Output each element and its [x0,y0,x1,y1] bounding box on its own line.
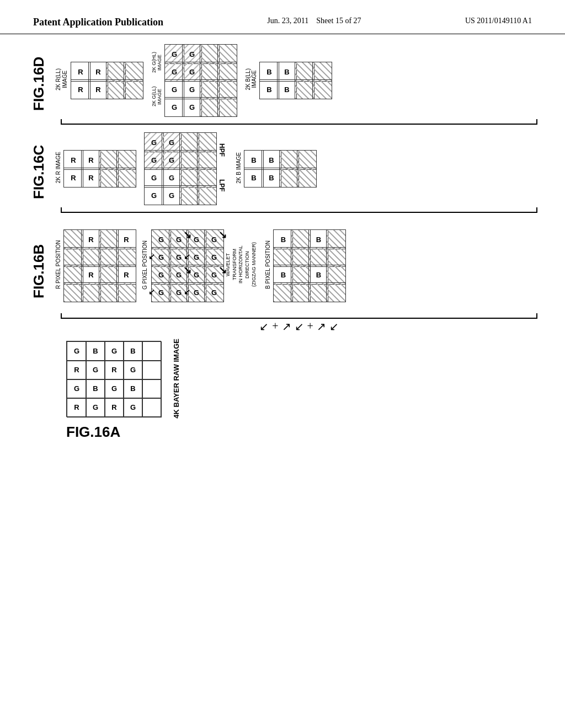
b-cell: B [277,79,297,99]
fig16c-r-label: 2K R IMAGE [55,152,61,183]
arrow-right: ↗ [282,320,291,333]
patent-title: Patent Application Publication [33,17,163,28]
b-ll-label: 2K B(LL)IMAGE [245,68,257,90]
g-cell: G [164,97,184,117]
fig16c-g-group: G G G G G G G G [144,132,226,203]
fig16c-bracket [61,207,537,213]
arrow-right2: ↗ [317,320,326,333]
g-pixel-grid: G ↘G G ↘G ↙G G ↙G G G ↘G G ↘G ↙G G [151,229,222,300]
g-pixel-label: G PIXEL POSITION [142,226,148,303]
fig16b-bottom [61,313,537,319]
hatched-cell [217,79,237,99]
hatched-cell [200,79,220,99]
diag-arrows: ↙ + ↗ ↙ + ↗ ↙ [55,320,543,333]
fig16c-r-group: 2K R IMAGE R R R R [55,150,134,185]
fig16c-row: 2K R IMAGE R R R R G [55,128,543,207]
fig16b-row: R PIXEL POSITION R R R R [55,216,543,313]
hatched-cell [200,97,220,117]
g-grid-4x4: G G G G G G G G [164,44,235,115]
fig16d-row: 2K R(LL)IMAGE R R R R [55,40,543,119]
fig16b-section: FIG.16B R PIXEL POSITION R R [22,216,543,333]
hatched-cell [106,62,126,82]
page-header: Patent Application Publication Jun. 23, … [0,0,565,34]
b-grid-16c: B B B B [244,150,315,185]
g-cell: G [182,97,202,117]
g-cell: G [164,79,184,99]
fig16d-bracket [61,119,537,125]
wavelet-label-group: WAVELETTRANSFORMIN HORIZONTALDIRECTION(Z… [225,221,257,309]
fig16c-b-group: 2K B IMAGE B B B B [236,150,315,185]
fig16b-content: R PIXEL POSITION R R R R [55,216,543,333]
arrow-plus: + [272,320,278,333]
fig16c-b-label: 2K B IMAGE [236,152,242,184]
fig16c-section: FIG.16C 2K R IMAGE R R R R [22,128,543,216]
main-content: FIG.16D 2K R(LL)IMAGE R R R R [0,34,565,452]
fig16d-r-label: 2K R(LL)IMAGE [55,68,68,90]
r-cell: R [71,79,90,99]
patent-number: US 2011/0149110 A1 [465,17,532,25]
g-labels: 2K G(HL)IMAGE 2K G(LL)IMAGE [151,46,162,113]
fig16b-r-group: R PIXEL POSITION R R R R [55,229,134,300]
r-grid-2x4: R R R R [71,62,141,97]
g-hatched: G [182,62,202,82]
hatched-cell [106,79,126,99]
b-grid-2x4: B B B B [259,62,330,97]
fig16a-content: G B G B R G R G G B G B R G R G [66,341,161,441]
g-grid-16c: G G G G G G G G [144,132,215,203]
r-grid-16c: R R R R [63,150,134,185]
fig16d-section: FIG.16D 2K R(LL)IMAGE R R R R [22,40,543,128]
hatched-cell [124,79,143,99]
b-cell: B [259,79,279,99]
header-meta: Jun. 23, 2011 Sheet 15 of 27 [267,17,361,25]
hatched-cell [295,79,315,99]
hatched-cell [217,62,237,82]
fig16d-label: FIG.16D [22,40,55,128]
r-pixel-label: R PIXEL POSITION [55,232,61,298]
fig16d-r-group: 2K R(LL)IMAGE R R R R [55,62,141,97]
fig16b-label: FIG.16B [22,216,55,326]
fig16d-content: 2K R(LL)IMAGE R R R R [55,40,543,127]
hpf-label: HPF [218,132,226,168]
hatched-cell [124,62,143,82]
arrow-plus2: + [307,320,313,333]
b-cell: B [277,62,297,82]
hatched-cell [312,79,332,99]
fig16a-label: FIG.16A [66,424,120,441]
fig16d-g-group: 2K G(HL)IMAGE 2K G(LL)IMAGE G G G G [151,44,235,115]
hatched-cell [217,97,237,117]
hatched-cell [217,44,237,64]
bayer-raw-label: 4K BAYER RAW IMAGE [172,339,180,419]
arrow-left2: ↙ [295,320,304,333]
sheet-info: Sheet 15 of 27 [316,17,361,25]
hatched-cell [295,62,315,82]
fig16b-g-group: G PIXEL POSITION G ↘G G ↘G ↙G G ↙G G G ↘… [142,221,257,309]
r-cell: R [88,79,108,99]
lpf-label: LPF [218,168,226,203]
g-ll-label: 2K G(LL)IMAGE [151,80,162,113]
g-hatched: G [164,44,184,64]
fig16c-content: 2K R IMAGE R R R R G [55,128,543,215]
arrow-left: ↙ [259,320,269,333]
hatched-cell [312,62,332,82]
wavelet-label: WAVELETTRANSFORMIN HORIZONTALDIRECTION(Z… [225,221,257,309]
pub-date: Jun. 23, 2011 [267,17,308,25]
r-cell: R [71,62,90,82]
r-cell: R [88,62,108,82]
g-hl-label: 2K G(HL)IMAGE [151,46,162,79]
fig16a-section: G B G B R G R G G B G B R G R G [22,333,543,446]
bayer-grid: G B G B R G R G G B G B R G R G [66,341,161,417]
b-pixel-grid: B B B B [273,229,344,300]
hatched-cell [200,62,220,82]
fig16b-bracket [61,313,537,319]
fig16c-label: FIG.16C [22,128,55,216]
fig16b-b-group: B PIXEL POSITION B B B B [265,229,344,300]
hatched-cell [200,44,220,64]
g-hatched: G [182,44,202,64]
b-cell: B [259,62,279,82]
b-pixel-label: B PIXEL POSITION [265,232,271,298]
arrow-left3: ↙ [329,320,339,333]
r-pixel-grid: R R R R [63,229,134,300]
g-hatched: G [164,62,184,82]
hpf-lpf-labels: HPF LPF [218,132,226,203]
fig16d-b-group: 2K B(LL)IMAGE B B B B [245,62,330,97]
